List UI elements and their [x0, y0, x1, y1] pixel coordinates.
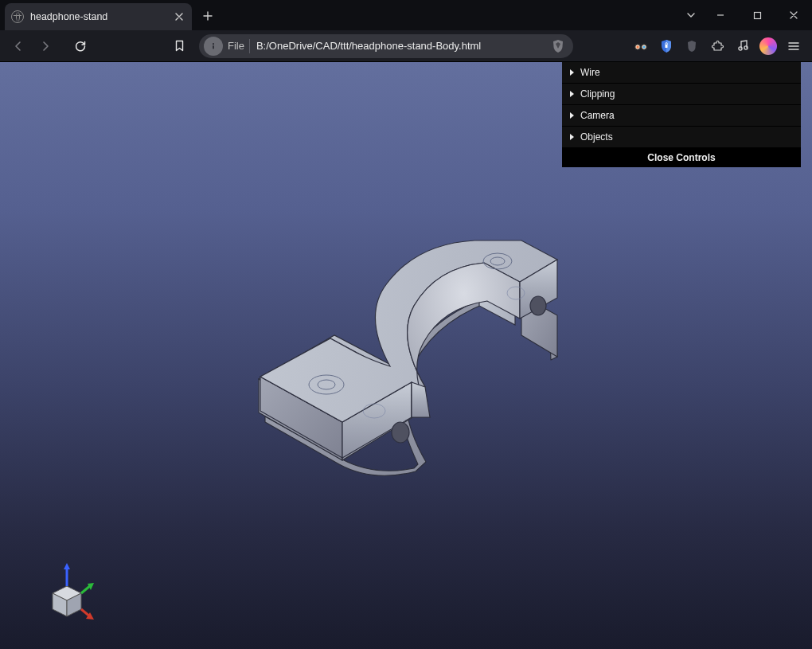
- globe-favicon: [11, 10, 24, 23]
- toolbar-right: [629, 34, 806, 58]
- part-visible: [260, 240, 557, 458]
- tabs-chevron-icon[interactable]: [680, 2, 702, 28]
- front-hole-right: [530, 296, 546, 315]
- tab-close-icon[interactable]: [173, 10, 185, 23]
- url-scheme-label: File: [228, 40, 249, 52]
- shield-ext-icon[interactable]: [654, 34, 678, 58]
- svg-rect-7: [666, 45, 668, 48]
- controls-row-wire[interactable]: Wire: [562, 62, 801, 84]
- lion-ext-icon[interactable]: [680, 34, 704, 58]
- controls-row-label: Camera: [580, 110, 615, 121]
- forward-button[interactable]: [33, 34, 57, 58]
- controls-panel: Wire Clipping Camera Objects Close Contr…: [562, 62, 801, 167]
- controls-close-button[interactable]: Close Controls: [562, 148, 801, 167]
- window-close-button[interactable]: [775, 2, 812, 28]
- front-hole-left: [392, 422, 409, 443]
- site-info-icon[interactable]: [204, 37, 223, 56]
- svg-point-13: [318, 380, 335, 389]
- svg-point-6: [642, 45, 645, 48]
- svg-marker-17: [64, 563, 70, 569]
- caret-right-icon: [570, 134, 574, 140]
- maximize-button[interactable]: [739, 2, 775, 28]
- part-front-wall: [265, 298, 557, 475]
- titlebar: headphone-stand: [0, 0, 812, 30]
- svg-point-5: [636, 45, 638, 48]
- controls-row-label: Wire: [580, 67, 600, 78]
- svg-point-11: [490, 257, 505, 265]
- left-block: [259, 335, 418, 460]
- svg-rect-2: [213, 45, 214, 49]
- reload-button[interactable]: [68, 34, 92, 58]
- omnibox[interactable]: File B:/OneDrive/CAD/ttt/headphone-stand…: [199, 34, 573, 58]
- controls-row-label: Clipping: [580, 88, 615, 100]
- new-tab-button[interactable]: [197, 5, 219, 27]
- controls-row-label: Objects: [580, 131, 613, 143]
- svg-point-14: [363, 404, 385, 418]
- brave-shield-icon[interactable]: [551, 39, 565, 53]
- caret-right-icon: [570, 91, 574, 97]
- controls-row-clipping[interactable]: Clipping: [562, 84, 801, 105]
- svg-rect-0: [754, 12, 760, 18]
- svg-point-15: [507, 287, 525, 299]
- tab-title: headphone-stand: [30, 11, 166, 22]
- back-button[interactable]: [6, 34, 30, 58]
- window-controls: [680, 0, 812, 30]
- axis-triad[interactable]: [29, 561, 96, 628]
- svg-point-12: [309, 375, 344, 394]
- browser-tab[interactable]: headphone-stand: [5, 3, 192, 30]
- minimize-button[interactable]: [702, 2, 739, 28]
- bookmark-button[interactable]: [167, 34, 191, 58]
- part-right-front: [521, 295, 557, 357]
- profile-button[interactable]: [756, 34, 780, 58]
- toolbar: File B:/OneDrive/CAD/ttt/headphone-stand…: [0, 30, 812, 62]
- controls-row-objects[interactable]: Objects: [562, 127, 801, 148]
- controls-close-label: Close Controls: [647, 152, 715, 163]
- caret-right-icon: [570, 112, 574, 119]
- glasses-ext-icon[interactable]: [629, 34, 653, 58]
- profile-avatar: [759, 37, 777, 55]
- controls-row-camera[interactable]: Camera: [562, 105, 801, 127]
- music-ext-icon[interactable]: [731, 34, 755, 58]
- extensions-button[interactable]: [705, 34, 729, 58]
- 3d-viewport[interactable]: Wire Clipping Camera Objects Close Contr…: [0, 62, 812, 649]
- url-text: B:/OneDrive/CAD/ttt/headphone-stand-Body…: [256, 40, 481, 52]
- arch-bridge: [334, 247, 557, 384]
- svg-point-1: [213, 43, 214, 45]
- caret-right-icon: [570, 69, 574, 76]
- svg-point-9: [744, 46, 747, 49]
- menu-button[interactable]: [782, 34, 806, 58]
- svg-point-10: [483, 253, 512, 269]
- omnibox-divider: [249, 39, 250, 53]
